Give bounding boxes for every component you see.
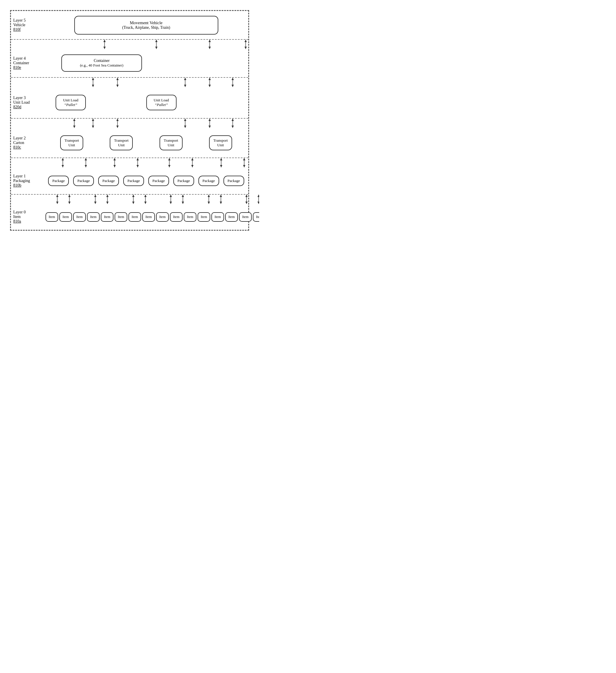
svg-marker-52 [85, 158, 87, 160]
pallet1-sublabel: “Pallet” [58, 102, 83, 107]
svg-marker-20 [116, 85, 119, 87]
transport-unit-3: Transport Unit [160, 135, 183, 150]
item-7: Item [129, 212, 141, 222]
layer0-label: Layer 0 Item 810a [11, 204, 44, 230]
transport-unit-1: Transport Unit [60, 135, 83, 150]
svg-marker-41 [184, 126, 186, 128]
item-16: Item [253, 212, 259, 222]
arrows-2-1 [44, 158, 248, 167]
svg-marker-40 [184, 119, 186, 121]
pkg8-label: Package [227, 179, 240, 183]
arrow-row-21 [11, 158, 248, 167]
svg-marker-35 [92, 126, 94, 128]
layer3-label: Layer 3 Unit Load 820d [11, 87, 44, 118]
svg-marker-17 [92, 85, 94, 87]
pkg1-label: Package [52, 179, 65, 183]
svg-marker-85 [132, 195, 135, 197]
svg-marker-65 [191, 165, 194, 167]
pallet-box-2: Unit Load “Pallet” [146, 95, 177, 110]
svg-marker-71 [243, 165, 245, 167]
svg-marker-83 [106, 202, 109, 204]
layer4-name-line2: Container [13, 61, 42, 65]
layer5-name-line1: Layer 5 [13, 18, 42, 23]
svg-marker-47 [231, 126, 234, 128]
package-5: Package [148, 176, 169, 186]
layer0-name-line2: Item [13, 215, 42, 219]
transport-unit-2: Transport Unit [110, 135, 133, 150]
svg-marker-7 [208, 40, 211, 42]
layer0-body: Item Item Item Item Item Item Item Item … [44, 204, 259, 230]
container-box: Container (e.g., 40 Foot Sea Container) [61, 54, 142, 72]
svg-marker-25 [208, 78, 211, 80]
svg-marker-4 [155, 40, 158, 42]
arrows-5-4 [44, 40, 248, 49]
package-6: Package [173, 176, 194, 186]
tu1-label: Transport [62, 138, 81, 143]
svg-marker-8 [208, 47, 211, 49]
package-7: Package [198, 176, 219, 186]
layer1-row: Layer 1 Packaging 810b Package Package P… [11, 167, 248, 195]
svg-marker-68 [220, 165, 222, 167]
svg-marker-62 [168, 165, 171, 167]
tu3-label2: Unit [162, 143, 181, 148]
layer0-id: 810a [13, 219, 42, 224]
layer0-name-line1: Layer 0 [13, 210, 42, 215]
arrows-1-0 [44, 195, 248, 204]
layer1-id: 810b [13, 183, 42, 188]
svg-marker-56 [114, 165, 116, 167]
vehicle-line2: (Truck, Airplane, Ship, Train) [83, 25, 209, 30]
layer4-name-line1: Layer 4 [13, 56, 42, 61]
item4-label: Item [90, 215, 96, 219]
item-6: Item [115, 212, 127, 222]
item-15: Item [239, 212, 252, 222]
svg-marker-82 [106, 195, 109, 197]
item14-label: Item [228, 215, 235, 219]
item-13: Item [211, 212, 224, 222]
pkg3-label: Package [102, 179, 115, 183]
layer2-name-line2: Carton [13, 141, 42, 145]
layer1-label: Layer 1 Packaging 810b [11, 167, 44, 194]
svg-marker-37 [116, 119, 119, 121]
svg-marker-32 [73, 126, 75, 128]
pkg5-label: Package [152, 179, 165, 183]
svg-marker-80 [94, 202, 96, 204]
layer0-row: Layer 0 Item 810a Item Item Item Item It… [11, 204, 248, 230]
svg-marker-106 [257, 195, 259, 197]
svg-marker-103 [245, 195, 248, 197]
svg-marker-43 [208, 119, 211, 121]
svg-marker-10 [244, 40, 247, 42]
tu1-label2: Unit [62, 143, 81, 148]
arrow-row-10 [11, 195, 248, 204]
svg-marker-107 [257, 202, 259, 204]
package-4: Package [123, 176, 144, 186]
svg-marker-79 [94, 195, 96, 197]
layer4-id: 810e [13, 65, 42, 70]
tu4-label2: Unit [211, 143, 230, 148]
arrows-4-3 [44, 78, 248, 87]
svg-marker-26 [208, 85, 211, 87]
item9-label: Item [159, 215, 166, 219]
layer1-name-line1: Layer 1 [13, 174, 42, 179]
svg-marker-104 [245, 202, 248, 204]
item2-label: Item [62, 215, 69, 219]
svg-marker-34 [92, 119, 94, 121]
item-10: Item [170, 212, 183, 222]
item8-label: Item [146, 215, 152, 219]
svg-marker-88 [144, 195, 147, 197]
arrows-3-2 [44, 119, 248, 128]
item3-label: Item [76, 215, 83, 219]
arrow-row-32 [11, 119, 248, 128]
layer2-row: Layer 2 Carton 810c Transport Unit Trans… [11, 128, 248, 158]
svg-marker-29 [231, 85, 234, 87]
item-14: Item [225, 212, 238, 222]
svg-marker-86 [132, 202, 135, 204]
svg-marker-94 [182, 195, 184, 197]
item11-label: Item [187, 215, 193, 219]
container-line2: (e.g., 40 Foot Sea Container) [68, 63, 136, 68]
tu3-label: Transport [162, 138, 181, 143]
item-8: Item [142, 212, 155, 222]
pkg4-label: Package [127, 179, 140, 183]
item-9: Item [156, 212, 169, 222]
svg-marker-98 [208, 202, 210, 204]
item16-label: Item [256, 215, 259, 219]
